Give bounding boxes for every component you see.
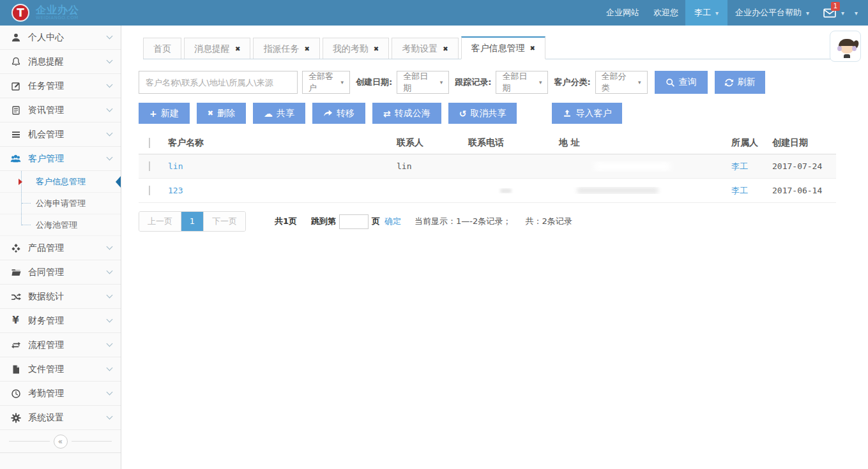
chevron-down-icon (107, 268, 113, 274)
date-cell: 2017-07-24 (767, 161, 836, 171)
sidebar-item-label: 财务管理 (28, 315, 107, 327)
yen-icon: ¥ (10, 315, 21, 326)
track-record-select[interactable]: 全部日期 ▾ (496, 71, 548, 94)
owner-link[interactable]: 李工 (731, 161, 748, 171)
plus-icon: + (149, 109, 157, 118)
select-all-checkbox[interactable] (149, 138, 150, 148)
app-window: T 企业办公 WEIDIANGO.COM 企业网站 欢迎您 李工 ▾ 企业办公平… (0, 0, 868, 469)
tab-messages[interactable]: 消息提醒 ✖ (184, 38, 250, 59)
shuffle-icon (10, 291, 21, 302)
sidebar-item-contracts[interactable]: 合同管理 (0, 260, 121, 285)
button-label: 共享 (277, 108, 294, 119)
customer-name-link[interactable]: lin (168, 161, 183, 171)
app-logo: T 企业办公 WEIDIANGO.COM (0, 0, 147, 26)
help-menu[interactable]: 企业办公平台帮助 ▾ (727, 0, 817, 26)
logo-icon: T (11, 4, 29, 22)
create-date-select[interactable]: 全部日期 ▾ (397, 71, 449, 94)
user-menu[interactable]: 李工 ▾ (685, 0, 727, 26)
assistant-avatar (837, 39, 857, 58)
sidebar-item-news[interactable]: 资讯管理 (0, 98, 121, 123)
button-label: 查询 (679, 77, 697, 88)
button-label: 新建 (161, 108, 179, 119)
close-icon[interactable]: ✖ (443, 39, 448, 59)
cancel-share-button[interactable]: ↺ 取消共享 (448, 103, 517, 124)
close-icon[interactable]: ✖ (374, 39, 379, 59)
sidebar-item-statistics[interactable]: 数据统计 (0, 285, 121, 309)
tab-label: 考勤设置 (402, 39, 438, 59)
sidebar-item-tasks[interactable]: 任务管理 (0, 74, 121, 98)
assistant-widget[interactable] (830, 31, 861, 62)
x-icon: ✖ (208, 110, 213, 117)
chevron-down-icon: ▾ (440, 79, 443, 86)
document-icon (10, 105, 21, 115)
search-input[interactable] (139, 71, 298, 94)
close-icon[interactable]: ✖ (530, 38, 535, 59)
close-icon[interactable]: ✖ (304, 39, 309, 59)
prev-page-button[interactable]: 上一页 (139, 212, 181, 231)
mail-dropdown[interactable]: ▾ (839, 0, 849, 26)
enterprise-site-link[interactable]: 企业网站 (599, 0, 646, 26)
sidebar-item-files[interactable]: 文件管理 (0, 357, 121, 382)
sidebar-item-opportunities[interactable]: 机会管理 (0, 123, 121, 147)
records-summary: 当前显示：1—-2条记录； 共：2条记录 (415, 216, 572, 227)
sidebar-item-label: 考勤管理 (28, 388, 107, 399)
row-checkbox[interactable] (149, 161, 150, 171)
selected-value: 全部日期 (403, 71, 434, 94)
category-select[interactable]: 全部分类 ▾ (595, 71, 648, 94)
sidebar-item-products[interactable]: 产品管理 (0, 236, 121, 260)
mail-button[interactable]: 1 (817, 0, 839, 26)
transfer-button[interactable]: 转移 (312, 103, 365, 124)
column-header: 创建日期 (767, 137, 836, 149)
gear-icon (10, 412, 21, 423)
close-icon[interactable]: ✖ (235, 39, 240, 59)
welcome-text: 欢迎您 (646, 0, 685, 26)
edit-icon (10, 80, 21, 91)
sidebar-item-settings[interactable]: 系统设置 (0, 406, 121, 430)
refresh-button[interactable]: 刷新 (715, 71, 765, 94)
tab-attendance-settings[interactable]: 考勤设置 ✖ (392, 38, 458, 59)
share-button[interactable]: ☁ 共享 (253, 103, 305, 124)
more-dropdown[interactable]: ▾ (849, 0, 868, 26)
sidebar-item-customers[interactable]: 客户管理 (0, 147, 121, 171)
chevron-down-icon: ▾ (539, 79, 542, 86)
track-record-label: 跟踪记录: (455, 77, 491, 88)
tab-home[interactable]: 首页 (143, 38, 181, 59)
next-page-button[interactable]: 下一页 (203, 212, 245, 231)
query-button[interactable]: 查询 (655, 71, 708, 94)
collapse-sidebar-button[interactable]: « (54, 435, 68, 449)
to-public-sea-button[interactable]: ⇄ 转成公海 (372, 103, 441, 124)
category-label: 客户分类: (554, 77, 590, 88)
row-checkbox[interactable] (149, 186, 150, 195)
chevron-down-icon: ▾ (638, 79, 641, 86)
delete-button[interactable]: ✖ 删除 (197, 103, 246, 124)
owner-link[interactable]: 李工 (731, 186, 748, 195)
sidebar-item-finance[interactable]: ¥ 财务管理 (0, 309, 121, 333)
sidebar-item-workflow[interactable]: 流程管理 (0, 333, 121, 357)
sidebar-subitem-public-sea-pool[interactable]: 公海池管理 (0, 214, 121, 236)
chevron-down-icon (107, 154, 113, 161)
main-content: 首页 消息提醒 ✖ 指派任务 ✖ 我的考勤 ✖ 考勤设置 ✖ (121, 26, 868, 469)
current-page-button[interactable]: 1 (181, 212, 203, 231)
tab-customer-info[interactable]: 客户信息管理 ✖ (461, 36, 545, 59)
sidebar-subitem-public-sea-apply[interactable]: 公海申请管理 (0, 193, 121, 214)
current-page-indicator (116, 176, 121, 188)
confirm-jump-link[interactable]: 确定 (385, 216, 401, 227)
jump-prefix-label: 跳到第 (311, 216, 336, 227)
customer-type-select[interactable]: 全部客户 ▾ (302, 71, 350, 94)
tab-assigned-tasks[interactable]: 指派任务 ✖ (253, 38, 319, 59)
sidebar-item-attendance[interactable]: 考勤管理 (0, 382, 121, 406)
jump-page-input[interactable] (339, 214, 369, 229)
import-customers-button[interactable]: 导入客户 (552, 103, 622, 124)
customer-name-link[interactable]: 123 (168, 186, 183, 195)
product-icon (10, 242, 21, 253)
tab-my-attendance[interactable]: 我的考勤 ✖ (323, 38, 389, 59)
sidebar-item-personal-center[interactable]: 个人中心 (0, 26, 121, 50)
sidebar-item-messages[interactable]: 消息提醒 (0, 50, 121, 74)
chevron-down-icon: ▾ (340, 79, 344, 86)
sidebar-subitem-customer-info[interactable]: 客户信息管理 (0, 171, 121, 193)
new-button[interactable]: + 新建 (139, 103, 190, 124)
folder-icon (10, 267, 21, 278)
tab-label: 客户信息管理 (471, 38, 525, 59)
sidebar-collapse-row: « (0, 430, 121, 453)
user-icon (10, 32, 21, 43)
